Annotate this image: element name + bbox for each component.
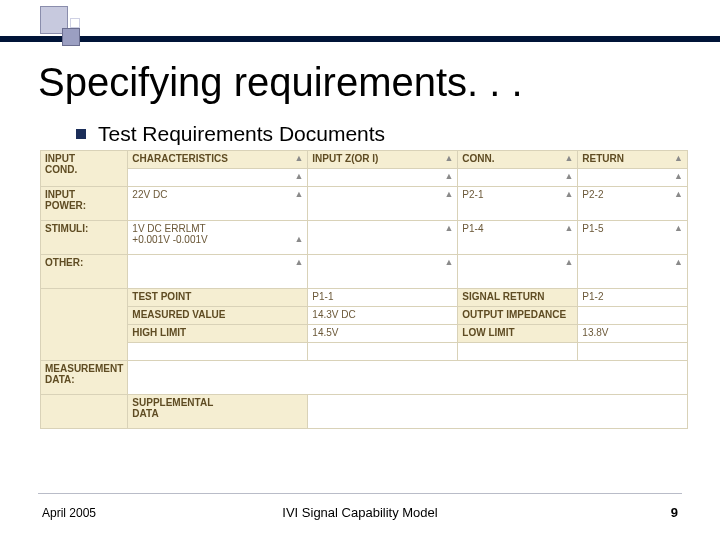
cell-text: RETURN (582, 153, 624, 164)
cell-text: 13.8V (582, 327, 608, 338)
sort-icon: ▲ (294, 257, 303, 267)
cell-output-impedance-label: OUTPUT IMPEDANCE (458, 307, 578, 325)
cell-text: MEASURED VALUE (132, 309, 225, 320)
cell: 22V DC▲ (128, 187, 308, 221)
sort-icon: ▲ (294, 189, 303, 199)
cell: ▲ (458, 255, 578, 289)
row-label-stimuli: STIMULI: (41, 221, 128, 255)
footer: April 2005 IVI Signal Capability Model 9 (0, 505, 720, 520)
cell-test-point-value: P1-1 (308, 289, 458, 307)
cell-text: OTHER: (45, 257, 83, 268)
sort-icon: ▲ (444, 153, 453, 163)
sort-icon: ▲ (294, 234, 303, 244)
cell: ▲ (308, 169, 458, 187)
cell-low-limit-value: 13.8V (578, 325, 688, 343)
cell: P1-5▲ (578, 221, 688, 255)
cell-text: 1V DC ERRLMT+0.001V -0.001V (132, 223, 207, 245)
col-header-conn: CONN.▲ (458, 151, 578, 169)
slide-title: Specifying requirements. . . (38, 60, 523, 105)
sort-icon: ▲ (564, 171, 573, 181)
sort-icon: ▲ (444, 189, 453, 199)
sort-icon: ▲ (444, 171, 453, 181)
col-header-return: RETURN▲ (578, 151, 688, 169)
cell-text: INPUTCOND. (45, 153, 77, 175)
requirements-table: INPUTCOND. CHARACTERISTICS▲ INPUT Z(OR I… (40, 150, 688, 429)
cell-output-impedance-value (578, 307, 688, 325)
footer-divider (38, 493, 682, 494)
cell (308, 343, 458, 361)
cell: P1-4▲ (458, 221, 578, 255)
cell-text: P2-1 (462, 189, 483, 200)
cell-text: STIMULI: (45, 223, 88, 234)
bullet-text: Test Requirements Documents (98, 122, 385, 146)
footer-center: IVI Signal Capability Model (0, 505, 720, 520)
cell: ▲ (578, 255, 688, 289)
cell-text: LOW LIMIT (462, 327, 514, 338)
sort-icon: ▲ (564, 189, 573, 199)
sort-icon: ▲ (674, 257, 683, 267)
sort-icon: ▲ (564, 223, 573, 233)
cell-text: CHARACTERISTICS (132, 153, 228, 164)
cell-text: SUPPLEMENTALDATA (132, 397, 213, 419)
cell-text: P2-2 (582, 189, 603, 200)
row-label-blank2 (41, 395, 128, 429)
cell-text: 22V DC (132, 189, 167, 200)
bullet-row: Test Requirements Documents (76, 122, 385, 146)
cell-text: CONN. (462, 153, 494, 164)
cell-text: 14.5V (312, 327, 338, 338)
decor-bar (0, 36, 720, 42)
row-label-input-cond: INPUTCOND. (41, 151, 128, 187)
cell-text: TEST POINT (132, 291, 191, 302)
sort-icon: ▲ (674, 223, 683, 233)
cell (458, 343, 578, 361)
cell (578, 343, 688, 361)
cell: ▲ (308, 187, 458, 221)
footer-page-number: 9 (671, 505, 678, 520)
bullet-icon (76, 129, 86, 139)
cell-measured-value-label: MEASURED VALUE (128, 307, 308, 325)
decor-square-mid (62, 28, 80, 46)
col-header-input-z: INPUT Z(OR I)▲ (308, 151, 458, 169)
cell-text: 14.3V DC (312, 309, 355, 320)
cell-signal-return-value: P1-2 (578, 289, 688, 307)
footer-date: April 2005 (42, 506, 96, 520)
cell-text: INPUT Z(OR I) (312, 153, 378, 164)
cell-text: OUTPUT IMPEDANCE (462, 309, 566, 320)
sort-icon: ▲ (674, 171, 683, 181)
sort-icon: ▲ (294, 153, 303, 163)
sort-icon: ▲ (674, 153, 683, 163)
cell (128, 361, 688, 395)
row-label-input-power: INPUTPOWER: (41, 187, 128, 221)
cell (308, 395, 688, 429)
col-header-characteristics: CHARACTERISTICS▲ (128, 151, 308, 169)
cell: ▲ (308, 221, 458, 255)
sort-icon: ▲ (564, 153, 573, 163)
slide: Specifying requirements. . . Test Requir… (0, 0, 720, 540)
cell: 1V DC ERRLMT+0.001V -0.001V▲ (128, 221, 308, 255)
sort-icon: ▲ (564, 257, 573, 267)
cell-text: HIGH LIMIT (132, 327, 186, 338)
cell: ▲ (128, 255, 308, 289)
cell-low-limit-label: LOW LIMIT (458, 325, 578, 343)
cell-text: SIGNAL RETURN (462, 291, 544, 302)
cell: ▲ (308, 255, 458, 289)
sort-icon: ▲ (444, 257, 453, 267)
cell-measured-value: 14.3V DC (308, 307, 458, 325)
row-label-other: OTHER: (41, 255, 128, 289)
sort-icon: ▲ (444, 223, 453, 233)
cell-text: INPUTPOWER: (45, 189, 86, 211)
row-label-measurement-data: MEASUREMENTDATA: (41, 361, 128, 395)
decor-square-small (70, 18, 80, 28)
cell-test-point-label: TEST POINT (128, 289, 308, 307)
cell: ▲ (458, 169, 578, 187)
cell-text: P1-1 (312, 291, 333, 302)
cell-text: MEASUREMENTDATA: (45, 363, 123, 385)
cell-text: P1-4 (462, 223, 483, 234)
cell (128, 343, 308, 361)
cell: ▲ (128, 169, 308, 187)
sort-icon: ▲ (294, 171, 303, 181)
cell-high-limit-value: 14.5V (308, 325, 458, 343)
cell: ▲ (578, 169, 688, 187)
sort-icon: ▲ (674, 189, 683, 199)
cell-signal-return-label: SIGNAL RETURN (458, 289, 578, 307)
